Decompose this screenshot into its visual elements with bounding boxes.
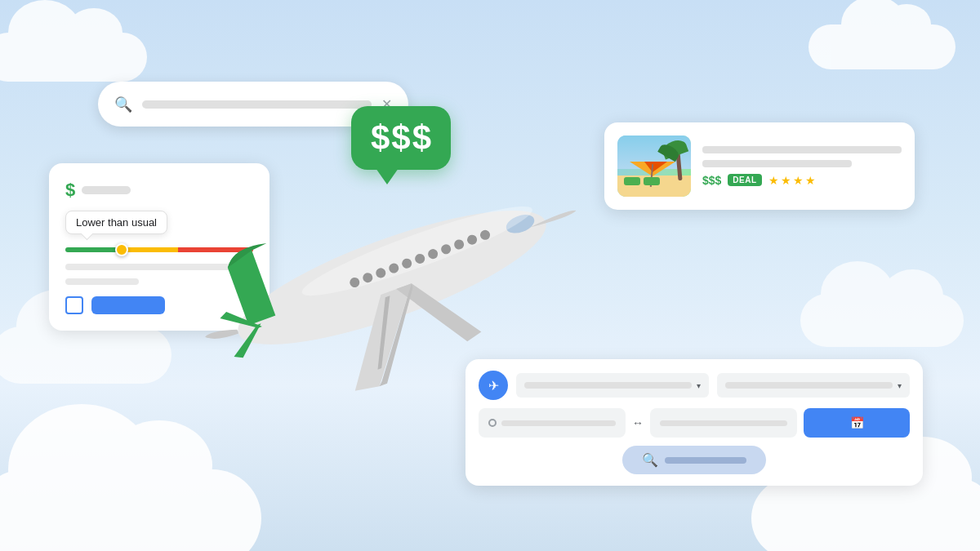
plane-icon-circle: ✈ — [479, 371, 508, 400]
flight-search-card: ✈ ▾ ▾ ↔ 📅 🔍 — [466, 359, 923, 486]
price-placeholder-bar — [82, 186, 131, 194]
date-button[interactable]: 📅 — [804, 408, 910, 438]
origin-text — [501, 420, 616, 426]
cloud-mid-left — [0, 327, 172, 384]
origin-input[interactable] — [479, 408, 626, 438]
deal-info: $$$ DEAL ★ ★ ★ ★ — [702, 146, 902, 187]
destination-text — [660, 420, 787, 426]
passengers-chevron: ▾ — [898, 381, 902, 390]
star-rating: ★ ★ ★ ★ — [768, 174, 816, 187]
swap-icon[interactable]: ↔ — [632, 416, 644, 429]
trip-type-chevron: ▾ — [697, 381, 701, 390]
slider-thumb[interactable] — [115, 243, 128, 256]
search-label — [665, 457, 746, 464]
card-row-line-2 — [65, 278, 139, 285]
card-button[interactable] — [91, 296, 165, 314]
cloud-bottom-right — [751, 478, 980, 551]
hotel-image — [617, 136, 691, 197]
deal-title-bar — [702, 146, 902, 153]
star-4: ★ — [805, 174, 816, 187]
origin-dot — [488, 419, 497, 427]
trip-type-dropdown[interactable]: ▾ — [516, 373, 709, 398]
passengers-text — [725, 382, 893, 389]
cloud-top-right — [808, 24, 956, 69]
beach-chair-1 — [624, 177, 640, 185]
beach-chair-2 — [644, 177, 660, 185]
star-3: ★ — [793, 174, 804, 187]
deal-badge: DEAL — [728, 174, 761, 186]
search-flights-icon: 🔍 — [642, 452, 658, 468]
flight-search-row-2: ↔ 📅 — [479, 408, 910, 438]
search-bar-placeholder — [142, 100, 372, 109]
star-2: ★ — [781, 174, 791, 187]
plane-icon: ✈ — [488, 378, 499, 393]
deal-dollar-text: $$$ — [702, 174, 721, 187]
flight-search-row-3: 🔍 — [479, 446, 910, 474]
trip-type-text — [524, 382, 692, 389]
calendar-icon: 📅 — [850, 416, 864, 429]
flight-search-row-1: ✈ ▾ ▾ — [479, 371, 910, 400]
cloud-mid-right — [800, 294, 964, 347]
cloud-top-left — [0, 33, 147, 82]
checkbox[interactable] — [65, 296, 83, 314]
deal-subtitle-bar — [702, 160, 852, 167]
search-flights-button[interactable]: 🔍 — [622, 446, 766, 474]
deal-price-row: $$$ DEAL ★ ★ ★ ★ — [702, 174, 902, 187]
dollar-sign-green: $ — [65, 180, 75, 201]
star-1: ★ — [768, 174, 779, 187]
deal-card: $$$ DEAL ★ ★ ★ ★ — [604, 122, 915, 210]
search-icon: 🔍 — [114, 96, 132, 113]
destination-input[interactable] — [650, 408, 797, 438]
cloud-bottom-left — [0, 469, 261, 551]
passengers-dropdown[interactable]: ▾ — [717, 373, 910, 398]
